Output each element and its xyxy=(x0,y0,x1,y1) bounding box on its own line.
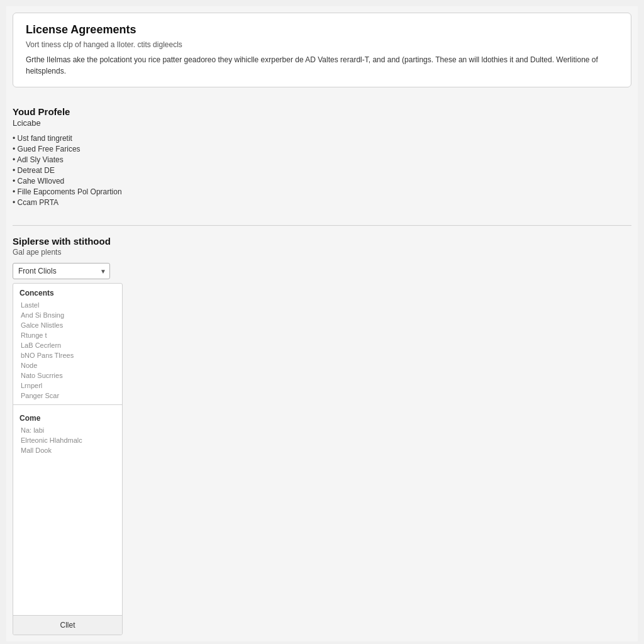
listbox-footer: Cllet xyxy=(13,615,122,635)
close-button[interactable]: Cllet xyxy=(13,616,122,635)
list-item[interactable]: Rtunge t xyxy=(13,330,122,340)
list-item[interactable]: bNO Pans Tlrees xyxy=(13,350,122,360)
list-item[interactable]: LaB Cecrlern xyxy=(13,340,122,350)
list-item[interactable]: And Si Bnsing xyxy=(13,310,122,320)
license-body: Grthe lIelmas ake the polcationt you ric… xyxy=(26,54,618,77)
listbox-divider xyxy=(13,404,122,405)
list-item[interactable]: Lastel xyxy=(13,300,122,310)
list-item[interactable]: Nato Sucrries xyxy=(13,370,122,380)
list-item[interactable]: Elrteonic Hlahdmalc xyxy=(13,435,122,445)
list-item: Gued Free Farices xyxy=(13,145,631,153)
list-item: Adl Sly Viates xyxy=(13,155,631,164)
list-item: Fille Eapcoments Pol Oprartion xyxy=(13,187,631,196)
list-item[interactable]: Na: labi xyxy=(13,425,122,435)
list-item[interactable]: Galce Nlistles xyxy=(13,320,122,330)
dropdown-container[interactable]: Front Cliols ▼ xyxy=(13,263,110,279)
license-box: License Agreements Vort tiness clp of ha… xyxy=(13,13,631,87)
license-subtitle: Vort tiness clp of hanged a lIoter. ctit… xyxy=(26,40,618,49)
profile-subtitle: Lcicabe xyxy=(13,118,631,128)
siplerse-title: Siplerse with stithood xyxy=(13,236,631,247)
section-divider xyxy=(13,225,631,226)
list-item[interactable]: Node xyxy=(13,360,122,370)
list-item[interactable]: Mall Dook xyxy=(13,445,122,455)
license-title: License Agreements xyxy=(26,23,618,36)
list-item: Detreat DE xyxy=(13,166,631,175)
list-item[interactable]: Panger Scar xyxy=(13,391,122,401)
listbox-group-header-1: Come xyxy=(13,409,122,425)
siplerse-subtitle: Gal ape plents xyxy=(13,248,631,257)
list-item: Cahe Wlloved xyxy=(13,177,631,186)
list-item: Ust fand tingretit xyxy=(13,134,631,143)
profile-title: Youd Profele xyxy=(13,106,631,117)
list-item: Ccam PRTA xyxy=(13,198,631,207)
listbox-group-header-0: Concents xyxy=(13,284,122,300)
page-container: License Agreements Vort tiness clp of ha… xyxy=(6,6,638,641)
profile-section: Youd Profele Lcicabe Ust fand tingretitG… xyxy=(13,100,631,219)
siplerse-section: Siplerse with stithood Gal ape plents Fr… xyxy=(13,236,631,635)
listbox-panel: ConcentsLastelAnd Si BnsingGalce Nlistle… xyxy=(13,283,123,635)
dropdown-select[interactable]: Front Cliols xyxy=(13,263,110,279)
profile-list: Ust fand tingretitGued Free FaricesAdl S… xyxy=(13,134,631,207)
list-item[interactable]: Lrnperl xyxy=(13,380,122,391)
